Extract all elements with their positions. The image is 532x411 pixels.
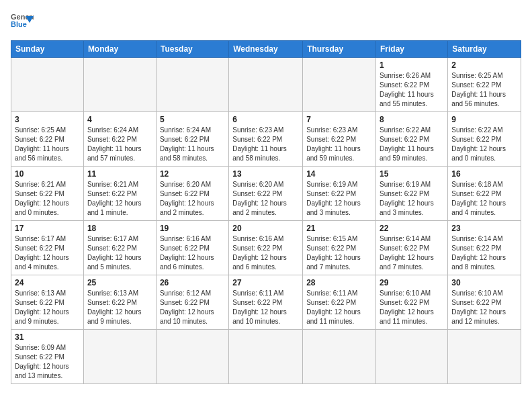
svg-text:Blue: Blue [11, 20, 27, 28]
day-info: Sunrise: 6:22 AM Sunset: 6:22 PM Dayligh… [451, 126, 517, 163]
calendar-cell: 17Sunrise: 6:17 AM Sunset: 6:22 PM Dayli… [11, 221, 84, 275]
day-number: 21 [306, 224, 372, 233]
col-header-friday: Friday [376, 41, 448, 58]
page: General Blue SundayMondayTuesdayWednesda… [0, 0, 532, 411]
day-number: 24 [15, 278, 80, 287]
day-number: 23 [451, 224, 517, 233]
calendar-cell: 8Sunrise: 6:22 AM Sunset: 6:22 PM Daylig… [376, 112, 448, 167]
calendar-cell: 7Sunrise: 6:23 AM Sunset: 6:22 PM Daylig… [303, 112, 376, 167]
day-number: 15 [380, 169, 444, 179]
day-info: Sunrise: 6:22 AM Sunset: 6:22 PM Dayligh… [380, 126, 444, 163]
calendar-cell: 15Sunrise: 6:19 AM Sunset: 6:22 PM Dayli… [376, 167, 448, 221]
day-number: 31 [15, 332, 80, 342]
day-number: 26 [160, 278, 225, 287]
day-number: 20 [232, 224, 299, 233]
calendar-cell: 10Sunrise: 6:21 AM Sunset: 6:22 PM Dayli… [11, 167, 84, 221]
calendar-cell [303, 58, 376, 112]
day-info: Sunrise: 6:10 AM Sunset: 6:22 PM Dayligh… [380, 289, 444, 326]
calendar-week-1: 3Sunrise: 6:25 AM Sunset: 6:22 PM Daylig… [11, 112, 521, 167]
col-header-saturday: Saturday [448, 41, 521, 58]
day-number: 3 [15, 115, 80, 124]
day-info: Sunrise: 6:17 AM Sunset: 6:22 PM Dayligh… [15, 234, 80, 272]
day-number: 5 [160, 115, 225, 124]
day-number: 9 [451, 115, 517, 124]
calendar-week-3: 17Sunrise: 6:17 AM Sunset: 6:22 PM Dayli… [11, 221, 521, 275]
day-info: Sunrise: 6:18 AM Sunset: 6:22 PM Dayligh… [451, 180, 517, 218]
day-info: Sunrise: 6:11 AM Sunset: 6:22 PM Dayligh… [232, 289, 299, 326]
calendar-cell: 19Sunrise: 6:16 AM Sunset: 6:22 PM Dayli… [156, 221, 228, 275]
calendar-cell [11, 58, 84, 112]
calendar-cell: 13Sunrise: 6:20 AM Sunset: 6:22 PM Dayli… [229, 167, 303, 221]
calendar-cell: 30Sunrise: 6:10 AM Sunset: 6:22 PM Dayli… [448, 275, 521, 330]
calendar-cell [229, 58, 303, 112]
day-info: Sunrise: 6:19 AM Sunset: 6:22 PM Dayligh… [306, 180, 372, 218]
day-info: Sunrise: 6:24 AM Sunset: 6:22 PM Dayligh… [87, 126, 152, 163]
calendar-cell: 5Sunrise: 6:24 AM Sunset: 6:22 PM Daylig… [156, 112, 228, 167]
header: General Blue [11, 11, 521, 34]
calendar-cell: 31Sunrise: 6:09 AM Sunset: 6:22 PM Dayli… [11, 330, 84, 384]
day-info: Sunrise: 6:20 AM Sunset: 6:22 PM Dayligh… [160, 180, 225, 218]
calendar-cell [376, 330, 448, 384]
day-number: 27 [232, 278, 299, 287]
day-info: Sunrise: 6:16 AM Sunset: 6:22 PM Dayligh… [160, 234, 225, 272]
calendar-cell: 21Sunrise: 6:15 AM Sunset: 6:22 PM Dayli… [303, 221, 376, 275]
calendar-cell [156, 58, 228, 112]
calendar-cell [83, 58, 156, 112]
calendar-cell: 12Sunrise: 6:20 AM Sunset: 6:22 PM Dayli… [156, 167, 228, 221]
col-header-tuesday: Tuesday [156, 41, 228, 58]
day-number: 18 [87, 224, 152, 233]
day-number: 10 [15, 169, 80, 179]
calendar-cell: 28Sunrise: 6:11 AM Sunset: 6:22 PM Dayli… [303, 275, 376, 330]
col-header-monday: Monday [83, 41, 156, 58]
day-number: 16 [451, 169, 517, 179]
calendar-week-4: 24Sunrise: 6:13 AM Sunset: 6:22 PM Dayli… [11, 275, 521, 330]
calendar-cell: 24Sunrise: 6:13 AM Sunset: 6:22 PM Dayli… [11, 275, 84, 330]
day-number: 28 [306, 278, 372, 287]
header-row: SundayMondayTuesdayWednesdayThursdayFrid… [11, 41, 521, 58]
day-info: Sunrise: 6:13 AM Sunset: 6:22 PM Dayligh… [87, 289, 152, 326]
generalblue-logo-icon: General Blue [11, 11, 34, 34]
day-info: Sunrise: 6:23 AM Sunset: 6:22 PM Dayligh… [232, 126, 299, 163]
day-number: 8 [380, 115, 444, 124]
day-info: Sunrise: 6:15 AM Sunset: 6:22 PM Dayligh… [306, 234, 372, 272]
calendar-cell: 23Sunrise: 6:14 AM Sunset: 6:22 PM Dayli… [448, 221, 521, 275]
calendar-cell: 1Sunrise: 6:26 AM Sunset: 6:22 PM Daylig… [376, 58, 448, 112]
day-number: 29 [380, 278, 444, 287]
calendar-cell [448, 330, 521, 384]
day-info: Sunrise: 6:14 AM Sunset: 6:22 PM Dayligh… [380, 234, 444, 272]
calendar-cell: 29Sunrise: 6:10 AM Sunset: 6:22 PM Dayli… [376, 275, 448, 330]
calendar-cell: 6Sunrise: 6:23 AM Sunset: 6:22 PM Daylig… [229, 112, 303, 167]
col-header-thursday: Thursday [303, 41, 376, 58]
day-number: 1 [380, 60, 444, 70]
calendar-cell [83, 330, 156, 384]
day-info: Sunrise: 6:16 AM Sunset: 6:22 PM Dayligh… [232, 234, 299, 272]
day-info: Sunrise: 6:21 AM Sunset: 6:22 PM Dayligh… [15, 180, 80, 218]
day-number: 6 [232, 115, 299, 124]
calendar-cell: 22Sunrise: 6:14 AM Sunset: 6:22 PM Dayli… [376, 221, 448, 275]
calendar-cell: 9Sunrise: 6:22 AM Sunset: 6:22 PM Daylig… [448, 112, 521, 167]
calendar-cell: 26Sunrise: 6:12 AM Sunset: 6:22 PM Dayli… [156, 275, 228, 330]
day-number: 13 [232, 169, 299, 179]
calendar-table: SundayMondayTuesdayWednesdayThursdayFrid… [11, 40, 521, 384]
day-number: 19 [160, 224, 225, 233]
calendar-cell [229, 330, 303, 384]
day-number: 30 [451, 278, 517, 287]
day-info: Sunrise: 6:25 AM Sunset: 6:22 PM Dayligh… [451, 71, 517, 109]
calendar-week-0: 1Sunrise: 6:26 AM Sunset: 6:22 PM Daylig… [11, 58, 521, 112]
calendar-cell: 4Sunrise: 6:24 AM Sunset: 6:22 PM Daylig… [83, 112, 156, 167]
calendar-cell: 27Sunrise: 6:11 AM Sunset: 6:22 PM Dayli… [229, 275, 303, 330]
day-info: Sunrise: 6:23 AM Sunset: 6:22 PM Dayligh… [306, 126, 372, 163]
day-info: Sunrise: 6:10 AM Sunset: 6:22 PM Dayligh… [451, 289, 517, 326]
day-number: 11 [87, 169, 152, 179]
day-info: Sunrise: 6:11 AM Sunset: 6:22 PM Dayligh… [306, 289, 372, 326]
calendar-cell: 20Sunrise: 6:16 AM Sunset: 6:22 PM Dayli… [229, 221, 303, 275]
day-number: 14 [306, 169, 372, 179]
day-number: 7 [306, 115, 372, 124]
day-number: 2 [451, 60, 517, 70]
calendar-cell: 14Sunrise: 6:19 AM Sunset: 6:22 PM Dayli… [303, 167, 376, 221]
calendar-body: 1Sunrise: 6:26 AM Sunset: 6:22 PM Daylig… [11, 58, 521, 384]
calendar-week-5: 31Sunrise: 6:09 AM Sunset: 6:22 PM Dayli… [11, 330, 521, 384]
calendar-cell: 3Sunrise: 6:25 AM Sunset: 6:22 PM Daylig… [11, 112, 84, 167]
day-number: 22 [380, 224, 444, 233]
col-header-sunday: Sunday [11, 41, 84, 58]
